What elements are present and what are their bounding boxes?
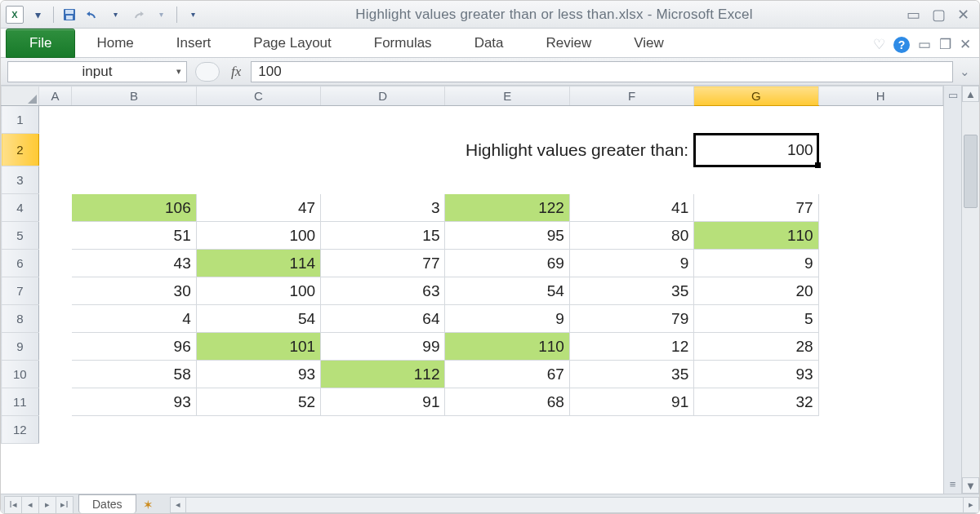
cell-H7[interactable] bbox=[818, 277, 942, 305]
row-header-4[interactable]: 4 bbox=[2, 194, 39, 222]
close-button[interactable]: ✕ bbox=[957, 6, 969, 24]
cell-A10[interactable] bbox=[38, 361, 72, 388]
tab-formulas[interactable]: Formulas bbox=[353, 29, 453, 57]
tab-page-layout[interactable]: Page Layout bbox=[232, 29, 352, 57]
cell-C6[interactable]: 114 bbox=[196, 250, 320, 277]
cell-G12[interactable] bbox=[694, 416, 818, 444]
column-header-A[interactable]: A bbox=[38, 86, 72, 106]
cell-B4[interactable]: 106 bbox=[72, 194, 196, 222]
cell-D4[interactable]: 3 bbox=[321, 194, 445, 222]
cancel-formula-button[interactable] bbox=[195, 62, 220, 82]
cell-A7[interactable] bbox=[38, 277, 72, 305]
cell-H6[interactable] bbox=[818, 250, 942, 277]
tab-view[interactable]: View bbox=[612, 29, 685, 57]
row-header-8[interactable]: 8 bbox=[2, 305, 39, 333]
cell-F3[interactable] bbox=[569, 166, 693, 194]
row-header-6[interactable]: 6 bbox=[2, 250, 39, 277]
cell-A11[interactable] bbox=[38, 388, 72, 416]
new-sheet-button[interactable]: ✶ bbox=[143, 498, 154, 512]
cell-D3[interactable] bbox=[321, 166, 445, 194]
tab-data[interactable]: Data bbox=[453, 29, 525, 57]
cell-F11[interactable]: 91 bbox=[569, 388, 693, 416]
expand-formula-bar-icon[interactable]: ⌄ bbox=[956, 64, 973, 79]
ribbon-minimize-icon[interactable]: ♡ bbox=[873, 36, 885, 53]
cell-B9[interactable]: 96 bbox=[72, 333, 196, 361]
cell-A4[interactable] bbox=[38, 194, 72, 222]
cell-E1[interactable] bbox=[445, 106, 569, 134]
cell-F6[interactable]: 9 bbox=[569, 250, 693, 277]
cell-A8[interactable] bbox=[38, 305, 72, 333]
cell-H10[interactable] bbox=[818, 361, 942, 388]
select-all-corner[interactable] bbox=[2, 86, 39, 106]
cell-B11[interactable]: 93 bbox=[72, 388, 196, 416]
cell-G1[interactable] bbox=[694, 106, 818, 134]
column-header-H[interactable]: H bbox=[818, 86, 942, 106]
cell-A3[interactable] bbox=[38, 166, 72, 194]
cell-E8[interactable]: 9 bbox=[445, 305, 569, 333]
cell-H3[interactable] bbox=[818, 166, 942, 194]
sheet-tab-dates[interactable]: Dates bbox=[78, 494, 136, 513]
cell-C1[interactable] bbox=[196, 106, 320, 134]
tab-review[interactable]: Review bbox=[525, 29, 613, 57]
name-box-dropdown-icon[interactable]: ▾ bbox=[176, 66, 181, 77]
scroll-down-icon[interactable]: ▼ bbox=[962, 477, 979, 494]
cell-A6[interactable] bbox=[38, 250, 72, 277]
cell-D9[interactable]: 99 bbox=[321, 333, 445, 361]
cell-A12[interactable] bbox=[38, 416, 72, 444]
column-header-G[interactable]: G bbox=[694, 86, 818, 106]
column-header-C[interactable]: C bbox=[196, 86, 320, 106]
cell-D6[interactable]: 77 bbox=[321, 250, 445, 277]
name-box[interactable]: input ▾ bbox=[7, 61, 187, 82]
fx-icon[interactable]: fx bbox=[231, 64, 241, 80]
cell-F7[interactable]: 35 bbox=[569, 277, 693, 305]
grid[interactable]: ABCDEFGH 12Highlight values greater than… bbox=[1, 86, 943, 494]
cell-F4[interactable]: 41 bbox=[569, 194, 693, 222]
cell-C11[interactable]: 52 bbox=[196, 388, 320, 416]
horizontal-scrollbar[interactable]: ◂ ▸ bbox=[170, 497, 979, 513]
column-header-D[interactable]: D bbox=[321, 86, 445, 106]
cell-C12[interactable] bbox=[196, 416, 320, 444]
first-sheet-button[interactable]: I◂ bbox=[4, 496, 22, 514]
cell-D1[interactable] bbox=[321, 106, 445, 134]
cell-H4[interactable] bbox=[818, 194, 942, 222]
cell-D5[interactable]: 15 bbox=[321, 222, 445, 250]
cell-D10[interactable]: 112 bbox=[321, 361, 445, 388]
row-header-1[interactable]: 1 bbox=[2, 106, 39, 134]
split-handle-icon[interactable]: ≡ bbox=[950, 478, 956, 490]
cell-D7[interactable]: 63 bbox=[321, 277, 445, 305]
cell-G4[interactable]: 77 bbox=[694, 194, 818, 222]
undo-button[interactable] bbox=[83, 6, 101, 24]
cell-B3[interactable] bbox=[72, 166, 196, 194]
cell-E9[interactable]: 110 bbox=[445, 333, 569, 361]
cell-G7[interactable]: 20 bbox=[694, 277, 818, 305]
cell-F10[interactable]: 35 bbox=[569, 361, 693, 388]
cell-C4[interactable]: 47 bbox=[196, 194, 320, 222]
cell-E5[interactable]: 95 bbox=[445, 222, 569, 250]
row-header-7[interactable]: 7 bbox=[2, 277, 39, 305]
qat-dropdown-icon[interactable]: ▾ bbox=[29, 6, 47, 24]
formula-input[interactable]: 100 bbox=[251, 61, 953, 82]
cell-H5[interactable] bbox=[818, 222, 942, 250]
cell-G5[interactable]: 110 bbox=[694, 222, 818, 250]
minimize-button[interactable]: ▭ bbox=[906, 6, 920, 24]
cell-G8[interactable]: 5 bbox=[694, 305, 818, 333]
undo-menu-icon[interactable]: ▾ bbox=[106, 6, 124, 24]
cell-B8[interactable]: 4 bbox=[72, 305, 196, 333]
cell-C7[interactable]: 100 bbox=[196, 277, 320, 305]
cell-A5[interactable] bbox=[38, 222, 72, 250]
vertical-scrollbar[interactable]: ▲ ▼ bbox=[961, 86, 979, 494]
cell-B12[interactable] bbox=[72, 416, 196, 444]
scroll-track[interactable] bbox=[962, 102, 979, 477]
workbook-restore-button[interactable]: ❐ bbox=[939, 36, 951, 53]
cell-H11[interactable] bbox=[818, 388, 942, 416]
save-button[interactable] bbox=[60, 6, 78, 24]
scroll-up-icon[interactable]: ▲ bbox=[962, 86, 979, 102]
scroll-right-icon[interactable]: ▸ bbox=[963, 497, 979, 513]
tab-home[interactable]: Home bbox=[75, 29, 154, 57]
column-header-F[interactable]: F bbox=[569, 86, 693, 106]
cell-C10[interactable]: 93 bbox=[196, 361, 320, 388]
cell-F5[interactable]: 80 bbox=[569, 222, 693, 250]
last-sheet-button[interactable]: ▸I bbox=[56, 496, 74, 514]
cell-E12[interactable] bbox=[445, 416, 569, 444]
column-header-E[interactable]: E bbox=[445, 86, 569, 106]
